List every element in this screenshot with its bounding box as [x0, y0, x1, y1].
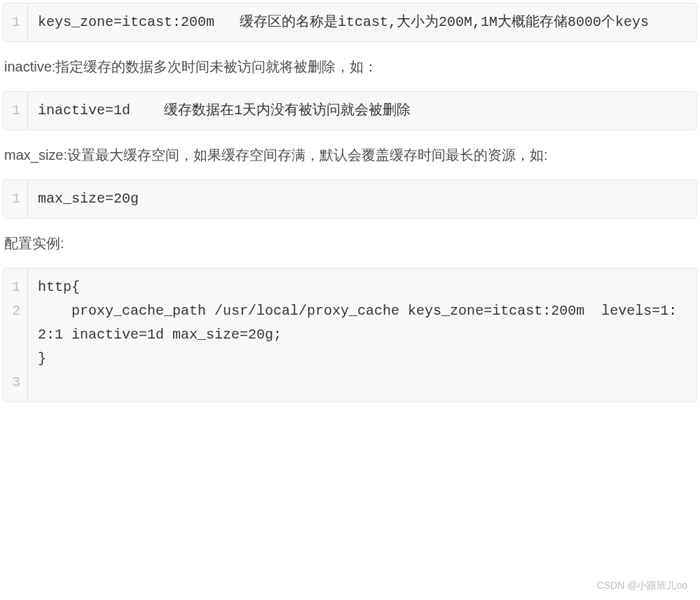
line-gutter: 1 — [4, 4, 28, 41]
code-content: keys_zone=itcast:200m 缓存区的名称是itcast,大小为2… — [28, 4, 696, 41]
line-gutter: 1 2 3 — [4, 268, 28, 402]
line-number: 3 — [12, 371, 20, 395]
line-number — [12, 347, 20, 371]
code-content: inactive=1d 缓存数据在1天内没有被访问就会被删除 — [28, 92, 696, 130]
line-gutter: 1 — [4, 180, 28, 218]
code-block: 1 inactive=1d 缓存数据在1天内没有被访问就会被删除 — [3, 91, 697, 130]
line-gutter: 1 — [4, 92, 28, 130]
code-block: 1 2 3 http{ proxy_cache_path /usr/local/… — [3, 268, 697, 402]
line-number — [12, 323, 20, 347]
line-number: 1 — [12, 11, 20, 34]
code-block: 1 max_size=20g — [3, 179, 697, 219]
code-content: max_size=20g — [28, 180, 696, 218]
line-number: 1 — [12, 99, 20, 123]
code-content: http{ proxy_cache_path /usr/local/proxy_… — [28, 268, 696, 402]
line-number: 1 — [12, 187, 20, 211]
paragraph-example: 配置实例: — [0, 221, 700, 265]
paragraph-maxsize: max_size:设置最大缓存空间，如果缓存空间存满，默认会覆盖缓存时间最长的资… — [0, 133, 700, 177]
code-block: 1 keys_zone=itcast:200m 缓存区的名称是itcast,大小… — [3, 3, 697, 42]
line-number: 2 — [12, 299, 20, 323]
paragraph-inactive: inactive:指定缓存的数据多次时间未被访问就将被删除，如： — [0, 45, 700, 88]
line-number: 1 — [12, 275, 20, 299]
